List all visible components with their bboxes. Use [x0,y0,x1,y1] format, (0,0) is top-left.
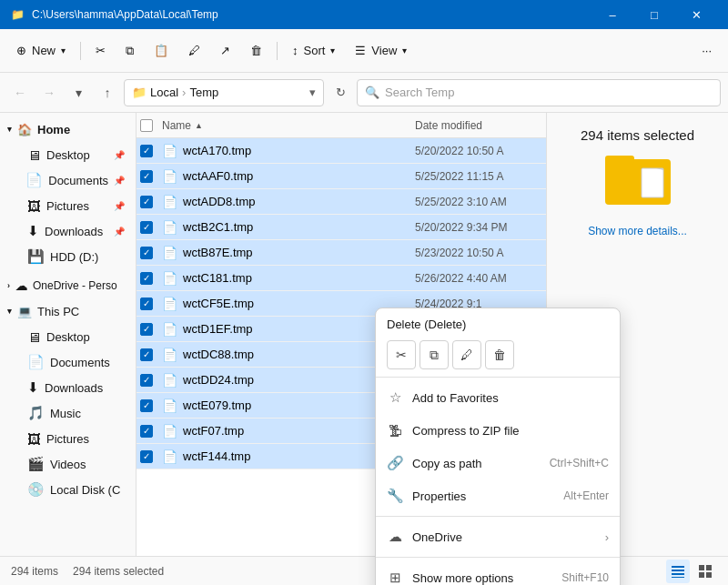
sidebar-pc-music[interactable]: 🎵 Music [4,400,132,426]
table-row[interactable]: ✓ 📄 wctB2C1.tmp 5/20/2022 9:34 PM [136,215,546,240]
ctx-compress-zip[interactable]: 🗜 Compress to ZIP file [376,414,620,447]
minimize-button[interactable]: – [592,0,633,29]
ctx-delete-button[interactable]: 🗑 [485,340,514,369]
row-checkbox[interactable]: ✓ [140,374,162,387]
maximize-button[interactable]: □ [633,0,675,29]
sidebar-item-documents[interactable]: 📄 Documents 📌 [4,167,132,193]
row-checkbox[interactable]: ✓ [140,450,162,463]
table-row[interactable]: ✓ 📄 wctADD8.tmp 5/25/2022 3:10 AM [136,189,546,215]
paste-button[interactable]: 📋 [145,35,177,67]
row-checkbox[interactable]: ✓ [140,196,162,208]
downloads-icon: ⬇ [27,223,39,239]
checked-icon: ✓ [140,450,153,463]
row-name: 📄 wctA170.tmp [162,144,415,158]
show-more-details-link[interactable]: Show more details... [588,225,687,237]
sidebar-pc-downloads[interactable]: ⬇ Downloads [4,375,132,400]
sidebar-item-hdd[interactable]: 💾 HDD (D:) [4,244,132,269]
ctx-copy-button[interactable]: ⧉ [420,340,449,369]
file-name: wctDD24.tmp [183,373,254,387]
up-button[interactable]: ↑ [95,80,120,106]
copy-button[interactable]: ⧉ [116,35,143,67]
sidebar-home-header[interactable]: ▾ 🏠 Home [0,116,136,142]
sidebar-item-desktop[interactable]: 🖥 Desktop 📌 [4,142,132,167]
close-button[interactable]: ✕ [675,0,717,29]
file-icon: 📄 [162,424,177,439]
search-box[interactable]: 🔍 Search Temp [357,79,721,106]
sidebar-item-downloads[interactable]: ⬇ Downloads 📌 [4,218,132,244]
rename-button[interactable]: 🖊 [179,35,209,67]
sidebar-thispc-header[interactable]: ▾ 💻 This PC [0,298,136,324]
onedrive-icon: ☁ [15,279,27,293]
ctx-rename-button[interactable]: 🖊 [452,340,481,369]
file-name: wctB87E.tmp [183,246,253,259]
sidebar-onedrive-header[interactable]: › ☁ OneDrive - Perso [0,273,136,298]
copy-path-icon: 🔗 [387,455,403,471]
ctx-onedrive[interactable]: ☁ OneDrive › [376,520,620,553]
selected-count: 294 items selected [73,565,164,578]
row-checkbox[interactable]: ✓ [140,145,162,157]
path-temp: Temp [189,86,218,99]
table-row[interactable]: ✓ 📄 wctA170.tmp 5/20/2022 10:50 A [136,138,546,164]
header-checkbox[interactable] [140,119,162,132]
file-icon: 📄 [162,144,177,158]
delete-button[interactable]: 🗑 [241,35,271,67]
sidebar-item-pictures[interactable]: 🖼 Pictures 📌 [4,193,132,218]
dropdown-button[interactable]: ▾ [66,80,91,106]
row-checkbox[interactable]: ✓ [140,170,162,183]
hdd-icon: 💾 [27,248,45,265]
checked-icon: ✓ [140,170,153,183]
table-row[interactable]: ✓ 📄 wctAAF0.tmp 5/25/2022 11:15 A [136,164,546,189]
row-checkbox[interactable]: ✓ [140,221,162,234]
ctx-add-favorites[interactable]: ☆ Add to Favorites [376,381,620,414]
svg-rect-9 [706,565,712,570]
sidebar-pc-desktop[interactable]: 🖥 Desktop [4,324,132,349]
pin-icon-docs: 📌 [114,176,125,186]
table-row[interactable]: ✓ 📄 wctB87E.tmp 5/23/2022 10:50 A [136,240,546,266]
pc-videos-icon: 🎬 [27,456,45,472]
file-icon: 📄 [162,220,177,235]
sidebar-pc-videos[interactable]: 🎬 Videos [4,451,132,477]
row-checkbox[interactable]: ✓ [140,298,162,310]
sidebar-label-desktop: Desktop [46,148,90,162]
ctx-cut-button[interactable]: ✂ [387,340,416,369]
cut-button[interactable]: ✂ [86,35,115,67]
table-row[interactable]: ✓ 📄 wctC181.tmp 5/26/2022 4:40 AM [136,266,546,291]
share-button[interactable]: ↗ [211,35,239,67]
checked-icon: ✓ [140,247,153,259]
sidebar-home-label: Home [37,123,70,136]
row-date: 5/25/2022 11:15 A [415,170,542,183]
row-checkbox[interactable]: ✓ [140,399,162,412]
pc-music-icon: 🎵 [27,405,45,421]
header-name[interactable]: Name ▲ [162,119,415,132]
ctx-copy-path[interactable]: 🔗 Copy as path Ctrl+Shift+C [376,447,620,479]
details-view-button[interactable] [666,560,690,583]
thispc-chevron-icon: ▾ [7,307,12,316]
ctx-delete-label: Delete (Delete) [387,318,466,331]
row-checkbox[interactable]: ✓ [140,323,162,336]
row-checkbox[interactable]: ✓ [140,247,162,259]
sidebar-home-icon: 🏠 [17,123,32,136]
forward-button[interactable]: → [36,80,62,106]
sidebar-pc-documents[interactable]: 📄 Documents [4,349,132,375]
file-name: wctF07.tmp [183,424,244,438]
row-checkbox[interactable]: ✓ [140,272,162,285]
sidebar-onedrive-label: OneDrive - Perso [33,279,117,292]
row-checkbox[interactable]: ✓ [140,348,162,361]
pin-icon-downloads: 📌 [114,227,125,237]
sidebar-pc-desktop-label: Desktop [46,330,90,344]
file-name: wctDC88.tmp [183,348,254,361]
back-button[interactable]: ← [7,80,33,106]
refresh-button[interactable]: ↻ [328,80,353,106]
ctx-properties[interactable]: 🔧 Properties Alt+Enter [376,479,620,512]
view-button[interactable]: ☰ View ▾ [346,35,416,67]
new-button[interactable]: ⊕ New ▾ [7,35,75,67]
tiles-view-button[interactable] [693,560,717,583]
row-checkbox[interactable]: ✓ [140,425,162,438]
more-button[interactable]: ··· [693,35,721,67]
ctx-show-more[interactable]: ⊞ Show more options Shift+F10 [376,561,620,585]
sidebar-pc-pictures[interactable]: 🖼 Pictures [4,426,132,451]
sort-button[interactable]: ↕ Sort ▾ [283,35,344,67]
address-path[interactable]: 📁 Local › Temp ▾ [124,79,324,106]
sidebar-pc-local-disk[interactable]: 💿 Local Disk (C [4,477,132,502]
file-icon: 📄 [162,449,177,464]
